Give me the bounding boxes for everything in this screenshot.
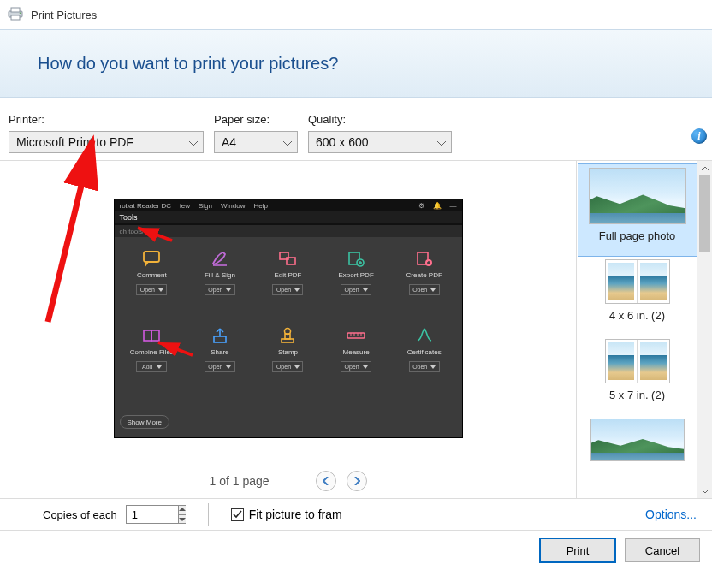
preview-tool-button: Open	[341, 284, 371, 295]
layout-caption: 5 x 7 in. (2)	[609, 389, 665, 401]
preview-tool-label: Edit PDF	[274, 271, 301, 279]
heading-text: How do you want to print your pictures?	[38, 54, 338, 74]
chevron-down-icon	[437, 135, 446, 149]
preview-tool-comment: Comment Open	[118, 249, 187, 295]
svg-point-26	[423, 329, 425, 331]
tools-tab-label: Tools	[120, 213, 138, 222]
preview-page: robat Reader DC iew Sign Window Help ⚙ 🔔…	[114, 199, 463, 438]
preview-tool-label: Create PDF	[406, 271, 442, 279]
export-icon	[346, 249, 366, 268]
chevron-down-icon	[283, 135, 292, 149]
preview-tool-cert: Certificates Open	[390, 326, 459, 372]
preview-tool-grid: Comment Open Fill & Sign Open Edit PDF O…	[115, 237, 462, 372]
scrollbar[interactable]	[697, 161, 712, 498]
preview-tool-label: Comment	[137, 271, 167, 279]
layout-list: Full page photo4 x 6 in. (2)5 x 7 in. (2…	[577, 161, 712, 498]
preview-tool-label: Stamp	[278, 348, 298, 356]
preview-tool-sign: Fill & Sign Open	[186, 249, 254, 295]
preview-tool-create: Create PDF Open	[390, 249, 459, 295]
edit-icon	[277, 249, 298, 268]
preview-tool-label: Share	[211, 348, 228, 356]
scroll-thumb[interactable]	[699, 175, 710, 252]
layout-4x6[interactable]: 4 x 6 in. (2)	[578, 256, 697, 336]
copies-label: Copies of each	[43, 508, 117, 521]
print-button[interactable]: Print	[539, 538, 616, 563]
preview-tool-edit: Edit PDF Open	[254, 249, 323, 295]
preview-tool-button: Add	[136, 361, 167, 372]
stamp-icon	[277, 326, 298, 345]
options-link[interactable]: Options...	[645, 508, 697, 521]
preview-menu-2: Window	[221, 202, 245, 210]
paper-value: A4	[222, 135, 236, 149]
spin-up-button[interactable]	[179, 506, 186, 515]
preview-tool-share: Share Open	[186, 326, 254, 372]
printer-field: Printer: Microsoft Print to PDF	[9, 113, 204, 153]
sign-icon	[210, 249, 230, 268]
preview-tool-button: Open	[205, 361, 235, 372]
bottom-options: Copies of each Fit picture to fram Optio…	[0, 499, 712, 531]
fit-picture-checkbox[interactable]: Fit picture to fram	[231, 508, 342, 521]
preview-tool-label: Combine Files	[130, 348, 174, 356]
copies-input[interactable]	[127, 506, 178, 523]
scroll-down-button[interactable]	[697, 484, 712, 498]
printer-combo[interactable]: Microsoft Print to PDF	[9, 131, 204, 153]
quality-field: Quality: 600 x 600	[308, 113, 452, 153]
preview-tool-button: Open	[136, 284, 167, 295]
heading-panel: How do you want to print your pictures?	[0, 29, 712, 98]
preview-tool-button: Open	[272, 284, 303, 295]
paper-label: Paper size:	[214, 113, 298, 126]
preview-tool-label: Export PDF	[338, 271, 373, 279]
preview-tool-label: Certificates	[407, 348, 442, 356]
title-bar: Print Pictures	[0, 0, 712, 29]
svg-rect-17	[214, 336, 226, 342]
window-title: Print Pictures	[31, 9, 97, 21]
pager-text: 1 of 1 page	[209, 474, 269, 488]
main-area: robat Reader DC iew Sign Window Help ⚙ 🔔…	[0, 161, 712, 499]
svg-line-4	[48, 140, 92, 322]
help-button[interactable]: i	[691, 128, 707, 144]
bell-icon: 🔔	[433, 202, 442, 210]
preview-tool-measure: Measure Open	[322, 326, 390, 372]
settings-row: Printer: Microsoft Print to PDF Paper si…	[0, 98, 712, 157]
gear-icon: ⚙	[418, 202, 424, 210]
svg-rect-20	[282, 339, 294, 342]
combine-icon	[141, 326, 162, 345]
layout-more[interactable]	[578, 415, 697, 475]
prev-page-button[interactable]	[316, 471, 336, 491]
preview-tool-button: Open	[409, 284, 440, 295]
show-more-button: Show More	[120, 415, 169, 429]
preview-tool-button: Open	[341, 361, 371, 372]
preview-tool-button: Open	[409, 361, 440, 372]
preview-tool-stamp: Stamp Open	[254, 326, 323, 372]
svg-rect-7	[144, 252, 159, 262]
paper-combo[interactable]: A4	[214, 131, 298, 153]
svg-point-3	[20, 12, 21, 14]
preview-tool-export: Export PDF Open	[322, 249, 390, 295]
scroll-up-button[interactable]	[697, 161, 712, 175]
layout-5x7[interactable]: 5 x 7 in. (2)	[578, 336, 697, 415]
layout-caption: 4 x 6 in. (2)	[609, 309, 665, 322]
svg-rect-16	[151, 330, 159, 341]
svg-rect-2	[11, 15, 20, 20]
paper-field: Paper size: A4	[214, 113, 298, 153]
preview-menu-3: Help	[253, 202, 267, 210]
cancel-button[interactable]: Cancel	[625, 538, 700, 562]
share-icon	[210, 326, 230, 345]
preview-app-titlebar: robat Reader DC iew Sign Window Help ⚙ 🔔…	[115, 199, 462, 211]
quality-combo[interactable]: 600 x 600	[308, 131, 452, 153]
preview-tool-label: Fill & Sign	[205, 271, 235, 279]
checkbox-icon	[231, 508, 244, 521]
preview-subhead: ch tools	[115, 225, 462, 237]
preview-app-title: robat Reader DC	[120, 202, 171, 210]
comment-icon	[141, 249, 162, 268]
svg-rect-15	[144, 330, 151, 341]
spin-down-button[interactable]	[179, 515, 186, 524]
copies-spinner[interactable]	[126, 505, 186, 524]
minimize-icon: —	[450, 202, 457, 210]
printer-icon	[7, 6, 24, 24]
quality-label: Quality:	[308, 113, 452, 126]
next-page-button[interactable]	[347, 471, 367, 491]
quality-value: 600 x 600	[316, 135, 369, 149]
create-icon	[414, 249, 435, 268]
layout-full[interactable]: Full page photo	[578, 164, 697, 256]
